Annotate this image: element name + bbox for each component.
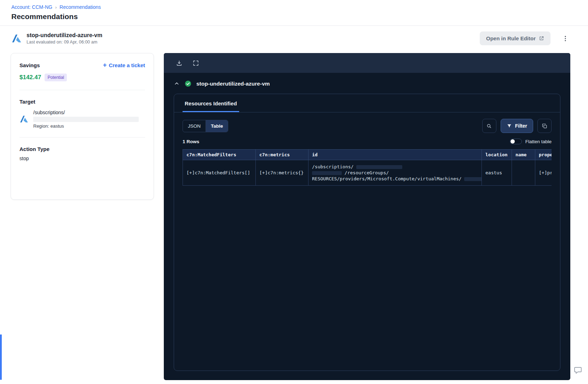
redacted-subscription-id bbox=[33, 117, 139, 122]
collapse-chevron-button[interactable] bbox=[174, 81, 180, 87]
column-header: id bbox=[309, 150, 482, 160]
breadcrumb-separator-icon: › bbox=[55, 5, 57, 10]
column-header: location bbox=[482, 150, 512, 160]
column-header: name bbox=[512, 150, 535, 160]
panel-toolbar bbox=[164, 53, 570, 73]
target-path: /subscriptions/ bbox=[33, 110, 139, 115]
savings-label: Savings bbox=[19, 62, 40, 68]
breadcrumb: Account: CCM-NG › Recommendations bbox=[11, 4, 577, 10]
cell-name bbox=[512, 160, 535, 186]
toggle-knob bbox=[511, 139, 515, 144]
id-line2: /resourceGroups/ bbox=[345, 170, 389, 175]
azure-target-icon bbox=[19, 115, 29, 124]
meta-row: 1 Rows Flatten table bbox=[174, 136, 560, 149]
resources-card: Resources Identified JSON Table bbox=[174, 94, 560, 371]
plus-icon: + bbox=[103, 62, 107, 68]
action-type-value: stop bbox=[19, 156, 145, 161]
cell-matched-filters[interactable]: [+]c7n:MatchedFilters[] bbox=[183, 160, 256, 186]
savings-amount: $142.47 bbox=[19, 74, 41, 81]
target-details: /subscriptions/ Region: eastus bbox=[33, 110, 139, 129]
copy-button[interactable] bbox=[537, 119, 552, 133]
kebab-menu-button[interactable] bbox=[560, 34, 570, 43]
breadcrumb-current-link[interactable]: Recommendations bbox=[59, 4, 101, 10]
filter-button[interactable]: Filter bbox=[501, 119, 533, 133]
panel-title-row: stop-underutilized-azure-vm bbox=[164, 73, 570, 93]
page-title: Recommendations bbox=[11, 12, 577, 21]
download-button[interactable] bbox=[176, 60, 183, 66]
table-row: [+]c7n:MatchedFilters[] [+]c7n:metrics{}… bbox=[183, 160, 552, 186]
panel-rule-title: stop-underutilized-azure-vm bbox=[196, 81, 270, 87]
card-divider bbox=[19, 137, 145, 138]
flatten-table-label: Flatten table bbox=[525, 139, 552, 144]
cell-id: /subscriptions/ /resourceGroups/ RESOURC… bbox=[309, 160, 482, 186]
table-header-row: c7n:MatchedFilters c7n:metrics id locati… bbox=[183, 150, 552, 160]
rows-count: 1 Rows bbox=[183, 139, 199, 144]
search-button[interactable] bbox=[482, 119, 496, 133]
tab-resources-identified[interactable]: Resources Identified bbox=[183, 94, 239, 112]
potential-badge: Potential bbox=[45, 74, 67, 81]
cell-metrics[interactable]: [+]c7n:metrics{} bbox=[256, 160, 309, 186]
column-header: c7n:MatchedFilters bbox=[183, 150, 256, 160]
create-ticket-link[interactable]: + Create a ticket bbox=[103, 62, 145, 68]
view-json-button[interactable]: JSON bbox=[183, 120, 206, 132]
view-toggle: JSON Table bbox=[183, 120, 228, 132]
column-header: properties bbox=[535, 150, 552, 160]
redacted-text bbox=[464, 177, 482, 181]
filter-label: Filter bbox=[515, 123, 527, 129]
rule-last-evaluated: Last evaluated on: 09 Apr, 06:00 am bbox=[27, 40, 102, 45]
recommendation-detail-panel: stop-underutilized-azure-vm Resources Id… bbox=[164, 53, 570, 380]
azure-icon bbox=[11, 33, 22, 44]
open-in-rule-editor-button[interactable]: Open in Rule Editor bbox=[480, 31, 550, 45]
external-link-icon bbox=[539, 36, 544, 41]
tabbar: Resources Identified bbox=[174, 94, 560, 112]
resources-table-wrap: c7n:MatchedFilters c7n:metrics id locati… bbox=[183, 149, 552, 186]
funnel-icon bbox=[507, 123, 512, 129]
column-header: c7n:metrics bbox=[256, 150, 309, 160]
target-region: Region: eastus bbox=[33, 123, 139, 129]
flatten-toggle[interactable] bbox=[510, 139, 522, 144]
redacted-text bbox=[312, 171, 342, 175]
content-area: Savings + Create a ticket $142.47 Potent… bbox=[0, 50, 588, 380]
id-line3: RESOURCES/providers/Microsoft.Compute/vi… bbox=[312, 176, 462, 181]
breadcrumb-account-link[interactable]: Account: CCM-NG bbox=[11, 4, 52, 10]
support-chat-icon[interactable] bbox=[573, 366, 582, 375]
target-label: Target bbox=[19, 99, 145, 105]
success-check-icon bbox=[185, 80, 191, 87]
card-divider bbox=[19, 90, 145, 90]
action-type-label: Action Type bbox=[19, 146, 145, 152]
fullscreen-button[interactable] bbox=[192, 60, 199, 66]
redacted-text bbox=[356, 165, 402, 169]
create-ticket-label: Create a ticket bbox=[109, 62, 145, 68]
resources-table: c7n:MatchedFilters c7n:metrics id locati… bbox=[183, 149, 552, 186]
controls-row: JSON Table Filter bbox=[174, 112, 560, 136]
rule-title: stop-underutilized-azure-vm bbox=[27, 32, 102, 39]
left-edge-accent bbox=[0, 334, 2, 380]
savings-card: Savings + Create a ticket $142.47 Potent… bbox=[11, 53, 154, 200]
cell-location: eastus bbox=[482, 160, 512, 186]
view-table-button[interactable]: Table bbox=[206, 120, 228, 132]
rule-titles: stop-underutilized-azure-vm Last evaluat… bbox=[27, 32, 102, 45]
rule-header: stop-underutilized-azure-vm Last evaluat… bbox=[0, 26, 588, 50]
open-in-rule-editor-label: Open in Rule Editor bbox=[486, 35, 536, 41]
page-header: Account: CCM-NG › Recommendations Recomm… bbox=[0, 0, 588, 21]
cell-properties[interactable]: [+]properties{} bbox=[535, 160, 552, 186]
id-line1: /subscriptions/ bbox=[312, 164, 353, 169]
